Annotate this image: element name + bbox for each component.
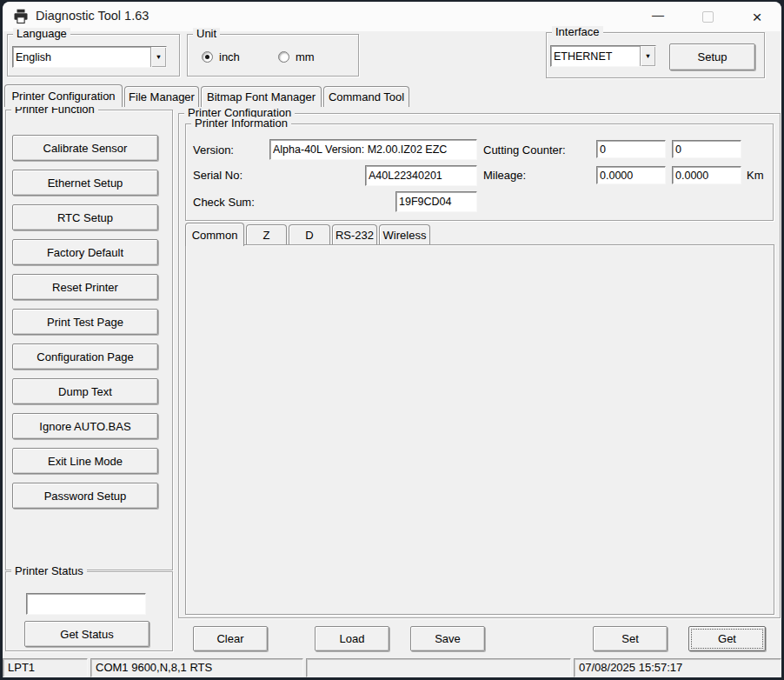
- exit-line-mode-button[interactable]: Exit Line Mode: [12, 448, 158, 474]
- print-test-page-button[interactable]: Print Test Page: [12, 309, 158, 335]
- statusbar-port: LPT1: [3, 658, 88, 677]
- mileage-unit-label: Km: [747, 169, 764, 183]
- tab-command-tool[interactable]: Command Tool: [323, 86, 409, 107]
- unit-inch-radio[interactable]: [202, 51, 213, 63]
- printer-status-field[interactable]: [26, 593, 146, 615]
- screen: Diagnostic Tool 1.63 — × Language Englis…: [0, 0, 784, 680]
- interface-select[interactable]: ETHERNET ▼: [550, 45, 656, 67]
- unit-group-label: Unit: [193, 28, 220, 40]
- ethernet-setup-button[interactable]: Ethernet Setup: [12, 170, 158, 196]
- minimize-button[interactable]: —: [641, 2, 674, 31]
- clear-button[interactable]: Clear: [193, 626, 268, 651]
- interface-group-label: Interface: [552, 26, 603, 38]
- ignore-autobas-button[interactable]: Ignore AUTO.BAS: [12, 413, 158, 439]
- printer-information-label: Printer Information: [191, 117, 291, 130]
- tab-printer-configuration[interactable]: Printer Configuration: [4, 84, 123, 107]
- subtab-z[interactable]: Z: [246, 224, 287, 245]
- subtab-d[interactable]: D: [289, 224, 330, 245]
- check-sum-label: Check Sum:: [193, 196, 255, 210]
- language-group-label: Language: [13, 28, 70, 40]
- cutting-counter-field-2[interactable]: [672, 140, 741, 158]
- statusbar-com-settings: COM1 9600,N,8,1 RTS: [90, 658, 303, 677]
- save-button[interactable]: Save: [410, 626, 485, 651]
- app-window: Diagnostic Tool 1.63 — × Language Englis…: [3, 2, 781, 677]
- configuration-page-button[interactable]: Configuration Page: [12, 343, 158, 370]
- calibrate-sensor-button[interactable]: Calibrate Sensor: [12, 135, 158, 161]
- version-label: Version:: [193, 143, 234, 157]
- set-button[interactable]: Set: [593, 626, 668, 651]
- load-button[interactable]: Load: [315, 626, 389, 651]
- tab-bitmap-font-manager[interactable]: Bitmap Font Manager: [201, 86, 322, 107]
- reset-printer-button[interactable]: Reset Printer: [12, 274, 158, 300]
- get-button[interactable]: Get: [688, 626, 766, 651]
- maximize-icon: [702, 11, 714, 23]
- subtab-common[interactable]: Common: [185, 223, 244, 246]
- subtab-wireless[interactable]: Wireless: [379, 224, 430, 245]
- interface-setup-button[interactable]: Setup: [669, 43, 755, 70]
- common-tab-page: [185, 244, 774, 615]
- mileage-label: Mileage:: [483, 169, 526, 183]
- printer-status-label: Printer Status: [11, 565, 87, 577]
- chevron-down-icon: ▼: [640, 46, 655, 66]
- printer-app-icon: [13, 9, 29, 24]
- get-status-button[interactable]: Get Status: [24, 621, 149, 647]
- serial-no-field[interactable]: [365, 165, 477, 186]
- subtab-rs232[interactable]: RS-232: [332, 224, 377, 245]
- window-title: Diagnostic Tool 1.63: [36, 9, 149, 23]
- close-button[interactable]: ×: [741, 2, 774, 31]
- language-select[interactable]: English ▼: [12, 46, 167, 68]
- factory-default-button[interactable]: Factory Default: [12, 239, 158, 265]
- version-field[interactable]: [269, 139, 477, 160]
- interface-value: ETHERNET: [551, 50, 640, 63]
- language-value: English: [13, 50, 150, 63]
- mileage-field-2[interactable]: [672, 166, 741, 184]
- unit-mm-radio[interactable]: [278, 51, 289, 63]
- mileage-field-1[interactable]: [596, 166, 666, 184]
- cutting-counter-field-1[interactable]: [596, 140, 666, 158]
- close-icon: ×: [752, 9, 761, 25]
- password-setup-button[interactable]: Password Setup: [12, 483, 158, 509]
- statusbar-spare: [306, 658, 571, 677]
- statusbar-datetime: 07/08/2025 15:57:17: [574, 658, 781, 677]
- tab-file-manager[interactable]: File Manager: [124, 86, 199, 107]
- dump-text-button[interactable]: Dump Text: [12, 378, 158, 404]
- cutting-counter-label: Cutting Counter:: [483, 143, 566, 157]
- unit-inch-label: inch: [219, 50, 240, 64]
- serial-no-label: Serial No:: [193, 169, 243, 183]
- rtc-setup-button[interactable]: RTC Setup: [12, 204, 158, 230]
- unit-mm-label: mm: [296, 50, 315, 64]
- title-bar: Diagnostic Tool 1.63 — ×: [3, 2, 781, 31]
- minimize-icon: —: [652, 8, 664, 22]
- chevron-down-icon: ▼: [150, 47, 166, 67]
- maximize-button[interactable]: [691, 2, 724, 31]
- check-sum-field[interactable]: [395, 191, 477, 212]
